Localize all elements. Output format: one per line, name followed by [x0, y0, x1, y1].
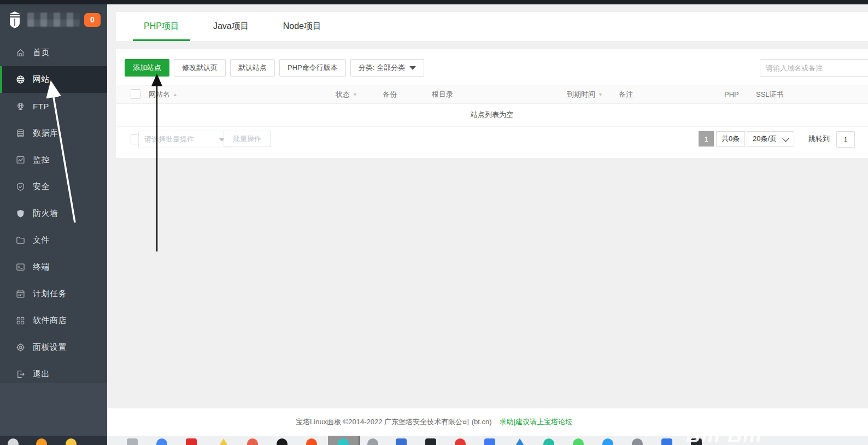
ftp-icon: [15, 102, 25, 112]
taskbar-app-icon[interactable]: [367, 438, 378, 445]
sidebar-item-settings[interactable]: 面板设置: [0, 334, 107, 361]
taskbar-app-icon[interactable]: [661, 438, 672, 445]
taskbar-app-icon[interactable]: [455, 438, 466, 445]
column-header[interactable]: 状态 ▼: [336, 85, 357, 103]
total-count-label: 共0条: [716, 131, 745, 147]
baota-logo-icon: [7, 11, 23, 28]
browser-top-strip: [0, 0, 868, 4]
sort-arrow-icon: ▲: [173, 92, 178, 97]
grid-icon: [15, 316, 25, 326]
taskbar-app-icon[interactable]: [396, 438, 407, 445]
taskbar-app-icon[interactable]: [632, 438, 643, 445]
gear-icon: [15, 343, 25, 353]
sidebar-bottom-filler: [0, 383, 107, 436]
tab-java[interactable]: Java项目: [210, 12, 253, 41]
taskbar-app-icon[interactable]: [306, 438, 317, 445]
sidebar-header: 0: [0, 4, 107, 35]
sidebar-item-database[interactable]: 数据库: [0, 120, 107, 147]
search-input[interactable]: [760, 59, 868, 77]
chevron-down-icon: [409, 66, 416, 70]
chevron-down-icon: [782, 134, 789, 142]
logout-icon: [15, 370, 25, 379]
tab-node[interactable]: Node项目: [280, 12, 325, 41]
sort-arrow-icon: ▼: [353, 92, 357, 97]
category-filter-dropdown[interactable]: 分类: 全部分类: [350, 59, 424, 77]
taskbar-app-icon[interactable]: [573, 438, 584, 445]
forum-link[interactable]: 求助|建议请上宝塔论坛: [500, 417, 572, 427]
monitor-icon: [15, 155, 25, 165]
sidebar-item-appstore[interactable]: 软件商店: [0, 307, 107, 334]
php-cli-version-button[interactable]: PHP命令行版本: [279, 59, 346, 77]
column-header[interactable]: PHP: [724, 85, 742, 103]
sidebar-menu: 首页 网站 FTP 数据库 监控 安全: [0, 39, 107, 388]
taskbar-app-icon[interactable]: [156, 438, 167, 445]
page-number-button[interactable]: 1: [699, 131, 714, 147]
empty-state-row: 站点列表为空: [116, 103, 868, 127]
column-header[interactable]: 备注: [619, 85, 636, 103]
taskbar-app-icon[interactable]: [425, 438, 436, 445]
sidebar-item-site[interactable]: 网站: [0, 66, 107, 93]
baota-panel-root: 0 首页 网站 FTP 数据库 监控: [0, 0, 868, 445]
add-site-button[interactable]: 添加站点: [125, 59, 169, 77]
project-tabs-card: PHP项目 Java项目 Node项目: [116, 12, 868, 41]
column-header[interactable]: 根目录: [432, 85, 456, 103]
sidebar-item-monitor[interactable]: 监控: [0, 147, 107, 173]
sidebar-item-ftp[interactable]: FTP: [0, 93, 107, 120]
sidebar-item-files[interactable]: 文件: [0, 227, 107, 254]
database-icon: [15, 128, 25, 138]
tab-php[interactable]: PHP项目: [140, 12, 183, 41]
sidebar-item-terminal[interactable]: 终端: [0, 254, 107, 280]
taskbar-app-icon[interactable]: [247, 438, 258, 445]
video-watermark: Bili Bili: [686, 424, 763, 445]
taskbar-app-icon[interactable]: [543, 438, 554, 445]
server-name-redacted: [27, 13, 80, 27]
modify-default-page-button[interactable]: 修改默认页: [174, 59, 226, 77]
shield-solid-icon: [15, 209, 25, 219]
page-size-select[interactable]: 20条/页: [747, 131, 794, 147]
site-toolbar: 添加站点 修改默认页 默认站点 PHP命令行版本 分类: 全部分类: [125, 59, 429, 77]
sort-arrow-icon: ▼: [598, 92, 603, 97]
globe-icon: [15, 75, 25, 85]
column-header[interactable]: 到期时间 ▼: [567, 85, 603, 103]
taskbar-app-icon[interactable]: [277, 438, 288, 445]
taskbar-app-icon[interactable]: [602, 438, 613, 445]
column-header[interactable]: 网站名 ▲: [149, 85, 178, 103]
pagination: 1 共0条 20条/页 跳转到: [116, 131, 868, 147]
taskbar-app-icon[interactable]: [484, 438, 495, 445]
default-site-button[interactable]: 默认站点: [230, 59, 275, 77]
calendar-icon: [15, 289, 25, 299]
jump-to-input[interactable]: [836, 131, 855, 148]
taskbar-app-icon[interactable]: [218, 438, 230, 445]
folder-icon: [15, 236, 25, 245]
table-header: 网站名 ▲ 状态 ▼ 备份 根目录 到期时间 ▼ 备注: [116, 85, 868, 104]
select-all-checkbox[interactable]: [131, 89, 140, 99]
column-header[interactable]: 备份: [383, 85, 400, 103]
sidebar-item-cron[interactable]: 计划任务: [0, 280, 107, 307]
sidebar: 0 首页 网站 FTP 数据库 监控: [0, 4, 107, 436]
site-list-card: 添加站点 修改默认页 默认站点 PHP命令行版本 分类: 全部分类 网站名 ▲ …: [116, 49, 868, 158]
taskbar-app-icon[interactable]: [186, 438, 197, 445]
sidebar-item-security[interactable]: 安全: [0, 173, 107, 200]
taskbar-app-icon[interactable]: [514, 438, 526, 445]
column-header[interactable]: SSL证书: [756, 85, 787, 103]
jump-to-label: 跳转到: [808, 134, 830, 144]
terminal-icon: [15, 262, 25, 272]
empty-state-text: 站点列表为空: [471, 110, 513, 120]
sidebar-item-home[interactable]: 首页: [0, 39, 107, 66]
message-count-badge[interactable]: 0: [84, 13, 101, 27]
copyright-text: 宝塔Linux面板 ©2014-2022 广东堡塔安全技术有限公司 (bt.cn…: [296, 417, 492, 427]
sidebar-item-firewall[interactable]: 防火墙: [0, 200, 107, 227]
home-icon: [15, 48, 25, 58]
shield-check-icon: [15, 182, 25, 192]
taskbar-app-icon[interactable]: [127, 438, 138, 445]
